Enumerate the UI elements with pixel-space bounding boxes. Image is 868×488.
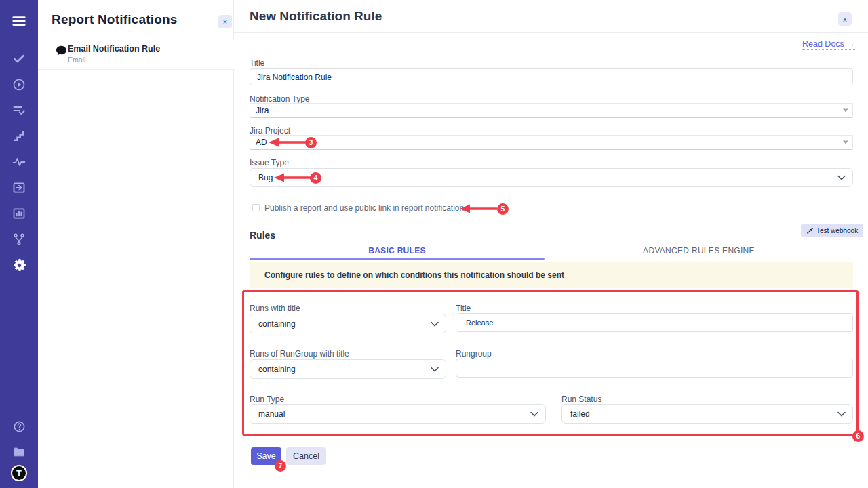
rungroup-with-title-select[interactable]: containing <box>250 359 446 379</box>
dropdown-arrow-icon <box>843 141 848 144</box>
runs-with-title-value: containing <box>258 319 296 329</box>
run-type-select[interactable]: manual <box>250 404 546 424</box>
runs-with-title-select[interactable]: containing <box>250 314 446 333</box>
activity-icon[interactable] <box>0 149 38 175</box>
play-circle-icon[interactable] <box>0 72 38 98</box>
publish-report-checkbox-label: Publish a report and use public link in … <box>264 203 464 213</box>
rule-title-input[interactable] <box>456 313 853 332</box>
sign-in-icon[interactable] <box>0 175 38 201</box>
rungroup-label: Rungroup <box>456 349 492 359</box>
runs-with-title-label: Runs with title <box>250 304 300 313</box>
run-status-select[interactable]: failed <box>561 404 853 424</box>
folder-icon[interactable] <box>0 439 38 465</box>
panel-close-button[interactable]: × <box>218 15 232 28</box>
menu-icon[interactable] <box>0 8 38 34</box>
run-type-value: manual <box>258 409 285 419</box>
title-input[interactable] <box>250 68 853 85</box>
issue-type-select[interactable]: Bug <box>250 168 853 187</box>
tab-basic-rules[interactable]: BASIC RULES <box>250 246 545 258</box>
run-type-label: Run Type <box>250 394 284 404</box>
read-docs-link[interactable]: Read Docs → <box>802 39 855 50</box>
cancel-button[interactable]: Cancel <box>286 447 326 465</box>
rungroup-with-title-label: Runs of RunGroup with title <box>250 349 349 359</box>
jira-project-select[interactable]: AD <box>250 135 853 150</box>
report-notifications-panel: Report Notifications × Email Notificatio… <box>38 0 234 488</box>
new-notification-rule-form: New Notification Rule x Read Docs → Titl… <box>234 0 868 488</box>
issue-type-value: Bug <box>258 173 273 182</box>
settings-gear-icon[interactable] <box>0 252 38 278</box>
save-button[interactable]: Save <box>251 447 281 465</box>
rungroup-with-title-value: containing <box>258 365 296 374</box>
branch-icon[interactable] <box>0 226 38 252</box>
test-webhook-label: Test webhook <box>816 227 858 235</box>
chevron-down-icon <box>837 175 846 180</box>
notification-type-value: Jira <box>256 106 269 115</box>
run-status-label: Run Status <box>561 394 601 404</box>
steps-icon[interactable] <box>0 123 38 149</box>
test-list-icon[interactable] <box>0 98 38 123</box>
form-close-button[interactable]: x <box>838 12 852 26</box>
publish-report-checkbox[interactable] <box>252 204 260 211</box>
page-title: New Notification Rule <box>250 9 382 24</box>
list-item-title: Email Notification Rule <box>68 44 160 54</box>
test-webhook-button[interactable]: Test webhook <box>801 224 863 237</box>
dropdown-arrow-icon <box>843 109 848 113</box>
run-status-value: failed <box>570 409 590 419</box>
webhook-icon <box>806 227 814 235</box>
notification-type-select[interactable]: Jira <box>250 103 853 118</box>
bar-chart-icon[interactable] <box>0 201 38 226</box>
rules-info-banner-text: Configure rules to define on which condi… <box>264 270 564 280</box>
tab-advanced-rules-engine[interactable]: ADVANCED RULES ENGINE <box>545 246 853 258</box>
chevron-down-icon <box>431 367 439 372</box>
chat-bubble-icon <box>56 45 67 58</box>
sidebar: T <box>0 0 38 488</box>
check-icon[interactable] <box>0 46 38 72</box>
rules-info-banner: Configure rules to define on which condi… <box>250 262 853 288</box>
rule-title-label: Title <box>456 304 471 313</box>
jira-project-label: Jira Project <box>250 126 290 136</box>
issue-type-label: Issue Type <box>250 158 289 167</box>
title-label: Title <box>250 58 264 68</box>
list-item-subtitle: Email <box>68 56 85 64</box>
chevron-down-icon <box>837 411 846 417</box>
jira-project-value: AD <box>256 138 267 147</box>
notification-type-label: Notification Type <box>250 94 310 104</box>
chevron-down-icon <box>530 411 538 417</box>
app-window: T Report Notifications × Email Notificat… <box>0 0 868 488</box>
app-logo[interactable]: T <box>11 465 27 481</box>
help-icon[interactable] <box>0 413 38 439</box>
rungroup-input[interactable] <box>456 359 853 378</box>
header-divider <box>234 32 868 33</box>
chevron-down-icon <box>431 321 439 327</box>
active-tab-indicator <box>250 258 545 260</box>
panel-title: Report Notifications <box>52 12 178 27</box>
list-item-email-notification-rule[interactable]: Email Notification Rule Email <box>38 39 234 70</box>
rules-heading: Rules <box>250 230 275 241</box>
